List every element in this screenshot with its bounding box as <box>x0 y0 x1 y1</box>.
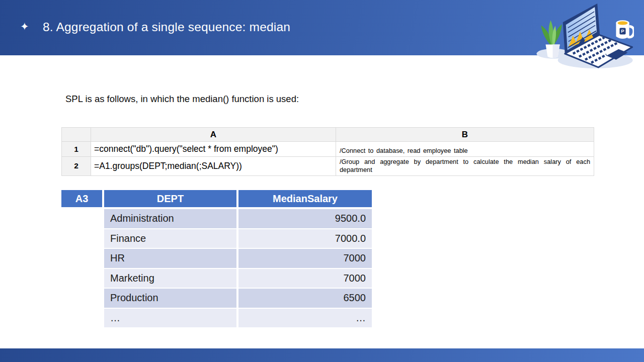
salary-cell: 7000 <box>238 269 372 288</box>
intro-text: SPL is as follows, in which the median()… <box>65 94 299 105</box>
table-row: HR 7000 <box>61 249 372 268</box>
spl-comment-cell: /Connect to database, read employee tabl… <box>336 142 594 157</box>
result-header-row: A3 DEPT MedianSalary <box>61 190 372 207</box>
result-corner-label: A3 <box>61 190 102 207</box>
slide-title: 8. Aggregation of a single sequence: med… <box>43 20 290 34</box>
table-row: Administration 9500.0 <box>61 209 372 228</box>
bottom-banner <box>0 348 644 362</box>
row-number: 1 <box>62 142 91 157</box>
dept-cell: HR <box>104 249 236 268</box>
code-corner-cell <box>62 128 91 142</box>
dept-cell: Marketing <box>104 269 236 288</box>
mug-logo-letter: P <box>621 28 624 34</box>
spl-comment-cell: /Group and aggregate by department to ca… <box>336 157 594 176</box>
coffee-mug-icon: P <box>616 20 634 39</box>
slide-canvas: ✦ 8. Aggregation of a single sequence: m… <box>0 0 644 362</box>
spl-code-cell: =connect("db").query("select * from empl… <box>91 142 336 157</box>
table-row: Marketing 7000 <box>61 269 372 288</box>
salary-cell: 9500.0 <box>238 209 372 228</box>
workspace-illustration: P <box>532 0 634 73</box>
salary-cell: 7000.0 <box>238 229 372 248</box>
table-row: Finance 7000.0 <box>61 229 372 248</box>
dept-cell: Production <box>104 289 236 308</box>
table-row: … … <box>61 309 372 328</box>
code-table-header-row: A B <box>62 128 594 142</box>
star-icon: ✦ <box>20 21 29 32</box>
mediansalary-column-header: MedianSalary <box>238 190 372 207</box>
column-a-header: A <box>91 128 336 142</box>
dept-cell: Administration <box>104 209 236 228</box>
dept-cell: … <box>104 309 236 328</box>
code-row-2: 2 =A1.groups(DEPT;median(;SALARY)) /Grou… <box>62 157 594 176</box>
salary-cell: … <box>238 309 372 328</box>
dept-cell: Finance <box>104 229 236 248</box>
table-row: Production 6500 <box>61 289 372 308</box>
code-row-1: 1 =connect("db").query("select * from em… <box>62 142 594 157</box>
dept-column-header: DEPT <box>104 190 236 207</box>
spl-code-table: A B 1 =connect("db").query("select * fro… <box>61 127 594 176</box>
illustration-svg: P <box>532 0 634 73</box>
spl-code-cell: =A1.groups(DEPT;median(;SALARY)) <box>91 157 336 176</box>
result-table: A3 DEPT MedianSalary Administration 9500… <box>61 190 372 328</box>
row-number: 2 <box>62 157 91 176</box>
column-b-header: B <box>336 128 594 142</box>
salary-cell: 6500 <box>238 289 372 308</box>
salary-cell: 7000 <box>238 249 372 268</box>
